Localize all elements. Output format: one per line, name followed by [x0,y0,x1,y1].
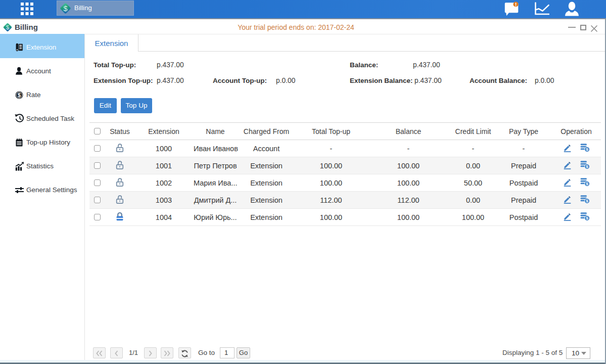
svg-text:$: $ [63,5,67,13]
svg-text:$: $ [18,92,21,98]
